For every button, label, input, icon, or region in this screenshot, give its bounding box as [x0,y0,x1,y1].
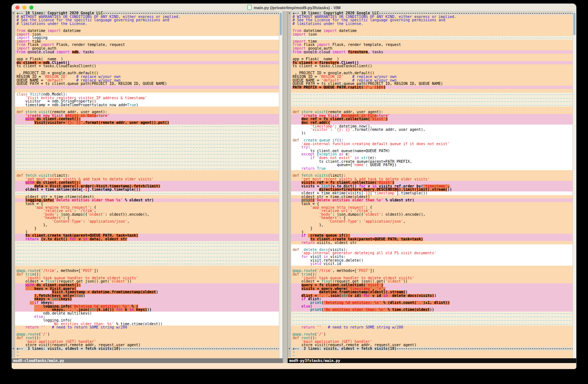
code-line[interactable] [12,25,279,29]
code-line[interactable] [12,262,279,266]
fold-line[interactable]: ++-- 3 lines: visits, oldest = fetch_vis… [288,347,573,351]
code-line[interactable]: } [288,227,573,230]
code-line[interactable]: if nkeys: [12,301,279,305]
code-line[interactable] [288,315,573,319]
code-line[interactable]: try: [288,146,573,149]
code-line[interactable] [12,149,279,153]
code-line[interactable]: 'app-internal generator deleteing all ol… [288,251,573,255]
code-line[interactable]: }, [288,223,573,227]
code-line[interactable] [288,36,573,40]
code-line[interactable] [12,266,279,269]
code-line[interactable] [288,103,573,107]
code-line[interactable] [12,142,279,146]
code-line[interactable]: def _create_queue_if(): [288,139,573,142]
code-line[interactable]: ).fetch(keys_only=True) [12,294,279,298]
code-line[interactable]: print('Deleting %d entities: %s' % (dlis… [288,301,573,305]
code-line[interactable]: ~ [288,354,573,358]
code-line[interactable]: 'visitor': '{}: {}'.format(remote_addr, … [288,128,573,132]
code-line[interactable]: except Exception as e: [288,152,573,156]
code-line[interactable] [288,135,573,139]
code-line[interactable]: oldest = time.mktime(data[-1].timestamp.… [12,188,279,191]
fold-line[interactable]: ++-- 10 lines: Copyright 2020 Google LLC… [288,11,573,15]
code-line[interactable]: task = { [12,202,279,206]
code-line[interactable]: ~ [12,354,279,358]
code-line[interactable] [12,86,279,89]
code-line[interactable]: if 'does not exist' in str(e): [288,156,573,160]
code-line[interactable]: visits_ref = fs_client.collection('Visit… [288,181,573,184]
code-line[interactable] [288,329,573,333]
code-line[interactable]: from flask import Flask, render_template… [12,43,279,47]
code-line[interactable]: import time [288,40,573,43]
code-line[interactable] [12,241,279,245]
code-line[interactable]: from datetime import datetime [288,29,573,33]
code-line[interactable]: }) [288,132,573,135]
code-line[interactable] [12,146,279,149]
code-line[interactable]: @app.route('/trim', methods=['POST']) [288,269,573,273]
code-line[interactable]: 'headers': { [12,216,279,220]
code-line[interactable] [288,170,573,174]
code-line[interactable]: logging.info( [12,319,279,322]
code-line[interactable] [12,248,279,252]
code-line[interactable]: data = Visit.query().order(-Visit.timest… [12,184,279,188]
code-line[interactable] [12,244,279,248]
code-line[interactable]: 'Content-Type': 'application/json', [12,220,279,223]
code-line[interactable]: else: [12,315,279,319]
code-line[interactable]: 'main application (GET) handler' [12,340,279,344]
code-line[interactable]: ~ [12,351,279,354]
code-line[interactable]: 'app_engine_http_request': { [12,206,279,209]
code-line[interactable]: with ds_client.context(): [12,181,279,184]
left-code-area[interactable]: ++-- 10 lines: Copyright 2020 Google LLC… [12,11,279,358]
code-line[interactable]: '(push) task queue handler to delete old… [12,276,279,280]
code-line[interactable]: QUEUE_PATH = ts_client.queue_path(PROJEC… [12,82,279,86]
code-line[interactable]: import json [288,33,573,36]
code-line[interactable]: queue={'name': QUEUE_PATH}) [288,163,573,167]
right-scrollbar-thumb[interactable] [573,12,576,35]
code-line[interactable]: Visit.timestamp < datetime.fromtimestamp… [12,290,279,294]
code-line[interactable]: # See the License for the specific langu… [288,18,573,22]
code-line[interactable]: from flask import Flask, render_template… [288,43,573,47]
code-line[interactable] [12,191,279,195]
code-line[interactable]: return '' # need to return SOME string w… [12,326,279,329]
code-line[interactable]: 'create new Visit entity in Datastore' [12,114,279,118]
code-line[interactable]: logging.info('Deleting %d entities: %s' … [12,305,279,308]
code-line[interactable] [12,167,279,171]
code-line[interactable] [12,132,279,135]
code-line[interactable] [12,152,279,156]
code-line[interactable]: fs_client = firestore.Client() [288,61,573,65]
split-divider[interactable] [283,11,288,363]
code-line[interactable]: app = Flask(__name__) [288,57,573,61]
code-line[interactable]: doc_ref = fs_client.collection('Visit') [288,117,573,121]
code-line[interactable]: REGION_ID = 'REGION_ID' # replace w/your… [288,75,573,79]
code-line[interactable]: from google.cloud import ndb, tasks [12,50,279,54]
code-line[interactable] [12,107,279,110]
code-line[interactable]: from google.cloud import firestore, task… [288,50,573,54]
code-line[interactable] [12,135,279,139]
code-line[interactable]: else: [288,305,573,308]
code-line[interactable]: import google.auth [288,47,573,50]
code-line[interactable]: 'create new Visit document in Firestore' [288,114,573,118]
code-line[interactable]: print('No entities older than: %s' % tim… [288,308,573,312]
code-line[interactable] [288,25,573,29]
code-line[interactable]: 'app-internal function creating default … [288,142,573,146]
code-line[interactable]: doc_ref.add({ [288,121,573,125]
code-line[interactable]: @app.route('/') [288,333,573,336]
code-line[interactable]: } [288,230,573,234]
code-line[interactable]: # See the License for the specific langu… [12,18,279,22]
fold-line[interactable]: ++-- 3 lines: visits, oldest = fetch_vis… [12,347,279,351]
code-line[interactable] [12,255,279,259]
code-line[interactable] [12,251,279,255]
code-line[interactable]: def trim(): [288,273,573,276]
code-line[interactable] [288,89,573,93]
code-line[interactable]: visits = query.where('timestamp', '<', [288,287,573,291]
code-line[interactable]: } [12,227,279,230]
code-line[interactable]: 'app_engine_http_request': { [288,206,573,209]
code-line[interactable]: @app.route('/trim', methods=['POST']) [12,269,279,273]
code-line[interactable]: 'body': json.dumps({'oldest': oldest}).e… [288,213,573,216]
code-line[interactable]: def fetch_visits(limit): [12,174,279,177]
code-line[interactable] [12,163,279,167]
code-line[interactable] [288,266,573,269]
code-line[interactable]: from datetime import datetime [12,29,279,33]
code-line[interactable]: nkeys = len(keys) [12,297,279,301]
code-line[interactable]: 'timestamp': datetime.now(), [288,125,573,128]
code-line[interactable]: def root(): [12,336,279,340]
